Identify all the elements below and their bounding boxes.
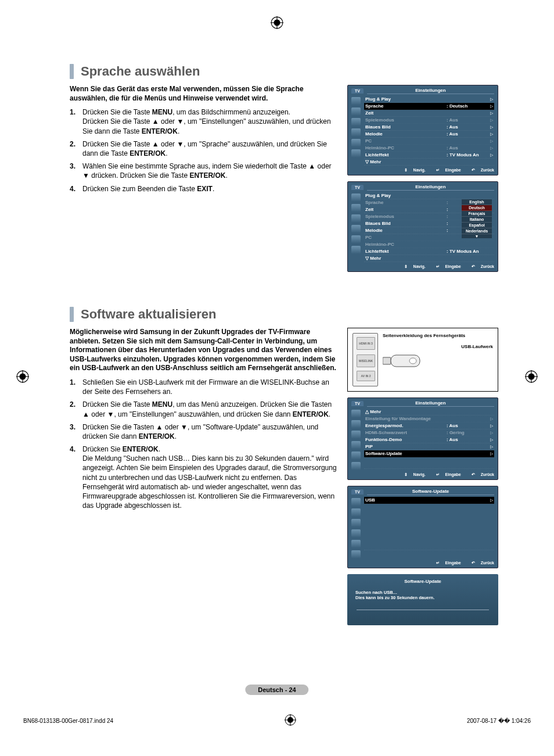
osd-row-label: PC xyxy=(365,235,447,240)
osd-row-label: Lichteffekt xyxy=(365,249,447,254)
updown-arrows-icon: ⇕ xyxy=(404,472,408,476)
enter-icon: ↵ xyxy=(436,561,440,565)
osd-title: Einstellungen xyxy=(367,400,494,407)
osd-row-label: Sprache xyxy=(365,200,447,205)
menu-category-icon xyxy=(351,214,361,223)
osd-popup-searching-usb: Software-Update Suchen nach USB… Dies ka… xyxy=(347,574,498,625)
language-option: English xyxy=(462,199,492,205)
osd-row-value: : Aus xyxy=(447,437,487,442)
step-number: 2. xyxy=(70,400,82,418)
print-bleed-line: BN68-01313B-00Ger-0817.indd 24 2007-08-1… xyxy=(23,714,531,727)
chevron-right-icon: ▷ xyxy=(487,97,493,102)
osd-row-label: Melodie xyxy=(365,131,447,137)
osd-row-value: : Aus xyxy=(447,145,487,151)
osd-footer-hints: ⇕ Navig. ↵ Eingabe ↶ Zurück xyxy=(351,262,494,269)
menu-category-icon xyxy=(351,529,361,538)
osd-row-label: Sprache xyxy=(365,103,447,109)
menu-category-icon xyxy=(351,97,361,105)
language-option: Español xyxy=(462,223,492,228)
osd-settings-3: TV Einstellungen △ Mehr Einstellung für … xyxy=(347,397,498,480)
menu-category-icon xyxy=(351,452,361,460)
svg-rect-12 xyxy=(383,357,391,364)
osd-row-label: Zeit xyxy=(365,110,447,116)
osd-row-label: Spielemodus xyxy=(365,117,447,123)
osd-settings-1: TV Einstellungen Plug & Play▷ Sprache: D… xyxy=(347,85,498,175)
osd-tv-tab: TV xyxy=(351,185,364,190)
chevron-right-icon: ▷ xyxy=(487,417,493,421)
chevron-right-icon: ▷ xyxy=(487,445,493,449)
menu-category-icon xyxy=(351,246,361,254)
menu-category-icon xyxy=(351,108,361,116)
osd-row-value: : TV Modus An xyxy=(447,152,487,157)
menu-category-icon xyxy=(351,519,361,527)
osd-row-value: : Aus xyxy=(447,131,487,137)
section2-steps: 1. Schließen Sie ein USB-Laufwerk mit de… xyxy=(70,378,337,510)
osd-row-label: △ Mehr xyxy=(365,409,447,414)
osd-row-label: Blaues Bild xyxy=(365,124,447,130)
print-timestamp: 2007-08-17 �� 1:04:26 xyxy=(467,718,531,724)
chevron-right-icon: ▷ xyxy=(487,111,493,116)
register-mark-top xyxy=(271,16,283,33)
language-option: Italiano xyxy=(462,217,492,223)
osd-icon-column xyxy=(351,497,364,558)
usb-panel-diagram: HDMI IN 3 WISELINK AV IN 2 Seitenverklei… xyxy=(347,328,498,392)
heading-accent-bar xyxy=(70,64,74,79)
osd-row-label: Lichteffekt xyxy=(365,152,447,157)
osd-row-label: PIP xyxy=(365,444,447,449)
menu-category-icon xyxy=(351,441,361,449)
indd-filename: BN68-01313B-00Ger-0817.indd 24 xyxy=(23,718,113,724)
osd-row-label: Heimkino-PC xyxy=(365,145,447,151)
osd-icon-column xyxy=(351,96,364,166)
chevron-right-icon: ▷ xyxy=(487,118,493,123)
osd-row-label: Einstellung für Wandmontage xyxy=(365,416,447,421)
step-text: Drücken Sie die Taste MENU, um das Bilds… xyxy=(82,108,337,136)
menu-category-icon xyxy=(351,462,361,470)
osd-row-value: : Gering xyxy=(447,430,487,435)
port-avin2: AV IN 2 xyxy=(357,371,375,381)
osd-title: Einstellungen xyxy=(367,88,494,94)
menu-category-icon xyxy=(351,410,361,418)
step-number: 4. xyxy=(70,184,82,194)
osd-row-label: Spielemodus xyxy=(365,214,447,219)
section-title: Software aktualisieren xyxy=(81,307,217,322)
osd-row-label: Software-Update xyxy=(365,451,447,456)
heading-accent-bar xyxy=(70,307,74,322)
osd-software-update: TV Software-Update USB▷ xyxy=(347,486,498,568)
osd-row-label: USB xyxy=(365,497,447,503)
osd-row-label: ▽ Mehr xyxy=(365,159,447,164)
language-option: Nederlands xyxy=(462,228,492,234)
osd-row-label: ▽ Mehr xyxy=(365,256,447,261)
chevron-right-icon: ▷ xyxy=(487,153,493,157)
popup-title: Software-Update xyxy=(353,579,492,586)
register-mark-left xyxy=(16,370,29,386)
osd-row-value: : TV Modus An xyxy=(447,249,487,254)
osd-row-value: : Aus xyxy=(447,117,487,123)
updown-arrows-icon: ⇕ xyxy=(404,264,408,268)
osd-row-label: Plug & Play xyxy=(365,193,447,198)
osd-footer-hints: ⇕ Navig. ↵ Eingabe ↶ Zurück xyxy=(351,470,494,477)
section-software-update: Software aktualisieren Möglicherweise wi… xyxy=(70,307,525,630)
chevron-right-icon: ▷ xyxy=(487,431,493,435)
osd-row-label: Zeit xyxy=(365,207,447,212)
osd-row-label: Plug & Play xyxy=(365,96,447,102)
menu-category-icon xyxy=(351,498,361,506)
menu-category-icon xyxy=(351,235,361,243)
svg-point-14 xyxy=(409,358,416,364)
language-option: Français xyxy=(462,211,492,217)
menu-category-icon xyxy=(351,118,361,126)
step-number: 3. xyxy=(70,162,82,180)
menu-category-icon xyxy=(351,420,361,428)
section2-intro: Möglicherweise wird Samsung in der Zukun… xyxy=(70,328,337,373)
step-text: Drücken Sie die Taste MENU, um das Menü … xyxy=(82,400,337,418)
step-number: 1. xyxy=(70,108,82,136)
register-mark-bottom xyxy=(285,714,296,727)
menu-category-icon xyxy=(351,139,361,147)
language-dropdown: English Deutsch Français Italiano Españo… xyxy=(462,199,492,238)
osd-row-label: Funktions-Demo xyxy=(365,437,447,442)
chevron-right-icon: ▷ xyxy=(487,452,493,456)
osd-row-label: Energiesparmod. xyxy=(365,423,447,428)
return-icon: ↶ xyxy=(472,561,475,565)
return-icon: ↶ xyxy=(472,472,475,476)
chevron-right-icon: ▷ xyxy=(487,132,493,137)
osd-settings-2: TV Einstellungen Plug & Play Sprache: Ze… xyxy=(347,181,498,272)
